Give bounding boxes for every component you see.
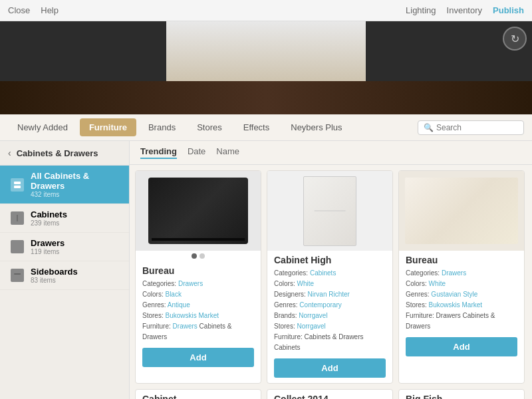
lighting-nav[interactable]: Lighting [406, 5, 436, 15]
cabinets-info: Cabinets 239 items [31, 209, 121, 227]
bureau1-categories-label: Categories: [142, 280, 176, 287]
ch-designers-label: Designers: [274, 291, 306, 298]
ch-designers-link[interactable]: Nirvan Richter [308, 291, 350, 298]
b2-furniture-label: Furniture: [406, 312, 434, 319]
bureau2-title: Bureau [399, 251, 524, 267]
product-image-cabinet-high [267, 171, 392, 251]
cabinets-icon [11, 211, 24, 225]
sort-tabs: Trending Date Name [130, 141, 532, 165]
sidebar-item-cabinets[interactable]: Cabinets 239 items [0, 204, 129, 233]
drawers-name: Drawers [31, 238, 121, 248]
bureau1-categories-link[interactable]: Drawers [178, 280, 203, 287]
bureau1-furniture-link[interactable]: Drawers [173, 323, 198, 330]
svg-rect-4 [14, 243, 21, 245]
sideboards-name: Sideboards [31, 267, 121, 277]
sideboards-icon [11, 269, 24, 282]
sort-date[interactable]: Date [188, 146, 205, 159]
cabinet-high-thumbnail [303, 176, 356, 246]
tab-stores[interactable]: Stores [188, 118, 231, 136]
svg-rect-1 [14, 186, 21, 188]
ch-colors-label: Colors: [274, 280, 295, 287]
product-image-bureau1 [136, 171, 261, 251]
bureau1-colors-link[interactable]: Black [165, 291, 181, 298]
b2-stores-label: Stores: [406, 301, 427, 309]
dot-2 [200, 253, 205, 259]
product-card-bureau2: Bureau Categories: Drawers Colors: White… [398, 170, 525, 384]
sidebar-header: ‹ Cabinets & Drawers [0, 141, 129, 166]
b2-categories-label: Categories: [406, 269, 440, 277]
b2-categories-link[interactable]: Drawers [442, 269, 466, 277]
all-cabinets-info: All Cabinets & Drawers 432 items [31, 171, 121, 198]
tab-newly-added[interactable]: Newly Added [8, 118, 77, 136]
product-card-bureau1: Bureau Categories: Drawers Colors: Black… [135, 170, 261, 384]
bureau1-thumbnail [148, 178, 248, 244]
drawers-info: Drawers 119 items [31, 238, 121, 255]
all-cabinets-icon [11, 178, 24, 192]
product-card-cabinet-high: Cabinet High Categories: Cabinets Colors… [267, 170, 393, 384]
b2-stores-link[interactable]: Bukowskis Market [428, 301, 482, 309]
top-bar: Close Help Lighting Inventory Publish [0, 0, 532, 21]
ch-categories-link[interactable]: Cabinets [310, 269, 336, 277]
b2-colors-link[interactable]: White [428, 280, 446, 287]
top-bar-right: Lighting Inventory Publish [406, 5, 524, 15]
hero-area: ↻ [0, 21, 532, 114]
sidebar: ‹ Cabinets & Drawers All Cabinets & Draw… [0, 141, 130, 399]
sort-trending[interactable]: Trending [140, 146, 177, 159]
help-button[interactable]: Help [41, 5, 59, 15]
inventory-nav[interactable]: Inventory [447, 5, 482, 15]
product-card-bigfish-wrapper: Big Fish + [398, 389, 525, 399]
cabinet-high-title: Cabinet High [267, 251, 392, 267]
sidebar-item-sideboards[interactable]: Sideboards 83 items [0, 261, 129, 290]
product-card-bigfish: Big Fish [398, 389, 525, 399]
svg-rect-8 [14, 273, 21, 275]
bureau1-stores-label: Stores: [142, 312, 164, 319]
collect2014-title: Collect 2014 [267, 390, 392, 399]
svg-rect-5 [14, 246, 21, 248]
close-button[interactable]: Close [8, 5, 30, 15]
drawers-count: 119 items [31, 248, 121, 255]
all-cabinets-count: 432 items [31, 191, 121, 198]
b2-colors-label: Colors: [406, 280, 427, 287]
b2-genres-link[interactable]: Gustavian Style [431, 291, 477, 298]
ch-genres-label: Genres: [274, 301, 298, 309]
product-card-collect2014: Collect 2014 [267, 389, 393, 399]
bureau2-add-button[interactable]: Add [406, 337, 517, 356]
search-input[interactable] [436, 123, 523, 132]
tab-furniture[interactable]: Furniture [80, 118, 136, 136]
bureau1-meta: Categories: Drawers Colors: Black Genres… [136, 277, 261, 344]
search-box[interactable]: 🔍 [418, 120, 524, 135]
category-tabs: Newly Added Furniture Brands Stores Effe… [0, 114, 532, 141]
sideboards-info: Sideboards 83 items [31, 267, 121, 284]
ch-brands-link[interactable]: Norrgavel [299, 312, 327, 319]
product-image-bureau2 [399, 171, 524, 251]
tab-neybers-plus[interactable]: Neybers Plus [281, 118, 351, 136]
ch-stores-link[interactable]: Norrgavel [297, 323, 325, 330]
ch-genres-link[interactable]: Contemporary [299, 301, 341, 309]
bureau2-thumbnail [405, 178, 518, 244]
cabinet-high-add-button[interactable]: Add [274, 358, 386, 378]
bureau1-colors-label: Colors: [142, 291, 164, 298]
bureau1-add-button[interactable]: Add [142, 348, 254, 367]
svg-rect-6 [14, 249, 21, 251]
all-cabinets-name: All Cabinets & Drawers [31, 171, 121, 191]
ch-colors-link[interactable]: White [297, 280, 314, 287]
avatar-button[interactable]: ↻ [503, 27, 527, 51]
tab-brands[interactable]: Brands [139, 118, 185, 136]
bureau1-stores-link[interactable]: Bukowskis Market [165, 312, 219, 319]
sort-name[interactable]: Name [216, 146, 239, 159]
hero-scene [0, 21, 532, 114]
bigfish-title: Big Fish [399, 390, 524, 399]
sidebar-item-all[interactable]: All Cabinets & Drawers 432 items [0, 166, 129, 204]
publish-nav[interactable]: Publish [493, 5, 524, 15]
sidebar-item-drawers[interactable]: Drawers 119 items [0, 233, 129, 261]
bureau1-genres-link[interactable]: Antique [168, 301, 190, 309]
svg-rect-0 [14, 182, 21, 184]
ch-furniture-label: Furniture: [274, 333, 303, 340]
dot-1 [192, 253, 197, 259]
back-arrow-icon[interactable]: ‹ [8, 148, 11, 158]
tab-effects[interactable]: Effects [234, 118, 279, 136]
bureau1-furniture-label: Furniture: [142, 323, 171, 330]
ch-stores-label: Stores: [274, 323, 295, 330]
top-bar-left: Close Help [8, 5, 59, 15]
cabinets-count: 239 items [31, 219, 121, 227]
